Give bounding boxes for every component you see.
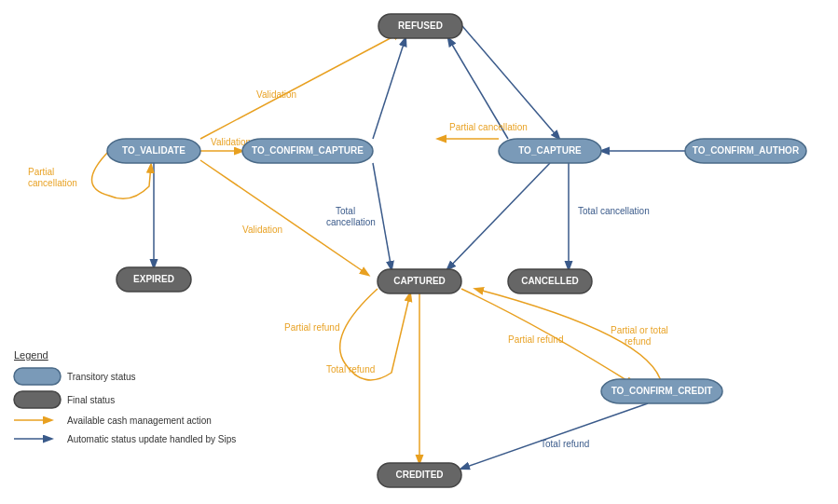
label-validate-refused: Validation bbox=[256, 89, 296, 100]
arrow-confirm-capture-captured bbox=[373, 163, 392, 269]
node-credited-label: CREDITED bbox=[395, 470, 443, 480]
label-total-cancel-capture: Total cancellation bbox=[578, 206, 650, 216]
label-partial-total-refund2: refund bbox=[625, 336, 651, 347]
arrow-confirm-capture-refused bbox=[373, 38, 405, 139]
label-validate-captured: Validation bbox=[242, 225, 282, 235]
node-to-confirm-capture-label: TO_CONFIRM_CAPTURE bbox=[252, 145, 364, 156]
label-partial-total-refund: Partial or total bbox=[611, 325, 668, 335]
arrow-capture-captured bbox=[447, 163, 550, 269]
arrow-validate-refused bbox=[200, 33, 401, 139]
label-total-refund-blue: Total refund bbox=[541, 439, 589, 449]
legend-final-icon bbox=[14, 391, 61, 408]
legend-title: Legend bbox=[14, 349, 48, 361]
label-total-cancel-confirm2: cancellation bbox=[326, 217, 376, 227]
label-partial-cancel-validate2: cancellation bbox=[28, 178, 77, 188]
label-total-cancel-confirm: Total bbox=[336, 206, 355, 216]
node-to-capture-label: TO_CAPTURE bbox=[518, 145, 582, 156]
node-refused-label: REFUSED bbox=[398, 20, 443, 31]
legend-orange-label: Available cash management action bbox=[67, 415, 212, 426]
node-to-confirm-credit-label: TO_CONFIRM_CREDIT bbox=[611, 386, 713, 396]
label-partial-refund-loop: Partial refund bbox=[284, 322, 339, 333]
label-partial-refund-captured: Partial refund bbox=[508, 334, 563, 345]
node-captured-label: CAPTURED bbox=[393, 276, 446, 286]
node-cancelled-label: CANCELLED bbox=[521, 276, 579, 286]
legend-transitory-icon bbox=[14, 368, 61, 385]
node-to-validate-label: TO_VALIDATE bbox=[122, 145, 185, 156]
node-expired-label: EXPIRED bbox=[133, 274, 174, 284]
legend-transitory-label: Transitory status bbox=[67, 372, 136, 382]
legend-final-label: Final status bbox=[67, 395, 115, 405]
arrow-confirm-credit-credited bbox=[461, 403, 648, 469]
legend-blue-label: Automatic status update handled by Sips bbox=[67, 434, 236, 444]
node-to-confirm-author-label: TO_CONFIRM_AUTHOR bbox=[693, 145, 800, 156]
label-partial-cancel-validate: Partial bbox=[28, 167, 54, 177]
label-partial-cancel-capture: Partial cancellation bbox=[449, 122, 528, 132]
label-total-refund: Total refund bbox=[326, 364, 375, 375]
diagram-svg: Validation Validation Partial cancellati… bbox=[0, 0, 838, 504]
